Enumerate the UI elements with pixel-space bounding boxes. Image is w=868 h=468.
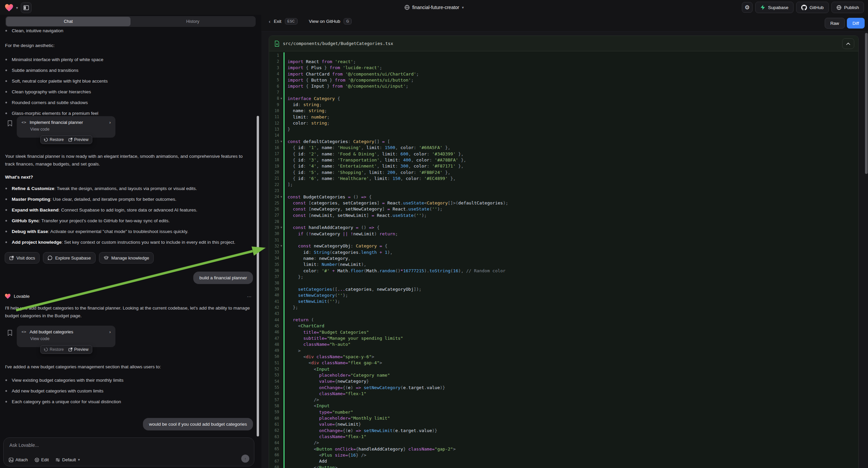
line-number: 15	[269, 139, 279, 144]
fold-chevron-icon[interactable]: ▼	[279, 226, 283, 229]
message-menu-button[interactable]: ⋯	[247, 294, 252, 299]
back-chevron-icon[interactable]: ‹	[269, 19, 271, 24]
view-code-link[interactable]: View code	[30, 337, 111, 341]
line-number: 55	[269, 385, 279, 390]
version-card-implement-financial-planner[interactable]: <> Implement financial planner › View co…	[17, 116, 116, 138]
code-line: 48 className="h-auto"	[269, 342, 858, 348]
bullet-item: View existing budget categories with the…	[0, 376, 252, 384]
restore-button[interactable]: Restore	[44, 347, 64, 352]
preview-button[interactable]: Preview	[68, 137, 89, 142]
restore-button[interactable]: Restore	[44, 137, 64, 142]
line-number: 3	[269, 65, 279, 70]
chat-composer[interactable]: Ask Lovable... Attach Edit Default ▾ ↑	[3, 437, 254, 466]
lovable-logo-icon[interactable]	[5, 4, 13, 12]
diff-added-gutter	[283, 169, 284, 175]
code-view-content: src/components/budget/BudgetCategories.t…	[261, 32, 868, 468]
publish-button[interactable]: Publish	[831, 2, 864, 13]
supabase-button[interactable]: Supabase	[755, 2, 794, 13]
line-number: 13	[269, 127, 279, 131]
line-number: 29	[269, 225, 279, 230]
exit-button[interactable]: Exit	[274, 19, 281, 24]
line-number: 1	[269, 53, 279, 58]
fold-chevron-icon[interactable]: ▼	[279, 195, 283, 198]
version-card-add-budget-categories[interactable]: <> Add budget categories › View code	[17, 326, 116, 347]
send-button[interactable]: ↑	[241, 455, 249, 463]
code-line: 8▼interface Category {	[269, 95, 858, 101]
code-line: 24▼const BudgetCategories = () => {	[269, 194, 858, 200]
github-button[interactable]: GitHub	[796, 2, 829, 13]
fold-chevron-icon[interactable]: ▼	[279, 97, 283, 100]
diff-added-gutter	[283, 126, 284, 132]
diff-added-gutter	[283, 194, 284, 200]
view-code-link[interactable]: View code	[30, 127, 111, 131]
code-line: 31	[269, 237, 858, 243]
tab-chat[interactable]: Chat	[6, 17, 130, 26]
line-number: 19	[269, 164, 279, 169]
external-link-icon	[68, 348, 72, 351]
diff-added-gutter	[283, 298, 284, 304]
external-link-icon	[9, 256, 14, 260]
mode-selector[interactable]: Default ▾	[55, 457, 80, 462]
page-scrollbar[interactable]	[865, 33, 868, 174]
workspace-chevron-down-icon[interactable]: ▾	[16, 6, 18, 10]
manage-knowledge-button[interactable]: Manage knowledge	[99, 252, 154, 264]
diff-added-gutter	[283, 132, 284, 138]
line-number: 42	[269, 305, 279, 310]
code-line: 2import React from 'react';	[269, 58, 858, 64]
diff-added-gutter	[283, 335, 284, 341]
code-line: 50 <div className="space-y-6">	[269, 353, 858, 359]
code-line: 45 <ChartCard	[269, 323, 858, 329]
line-number: 63	[269, 434, 279, 439]
preview-button[interactable]: Preview	[68, 347, 89, 352]
fold-chevron-icon[interactable]: ▼	[279, 244, 283, 247]
bullet-item: Add new budget categories with custom li…	[0, 387, 252, 395]
diff-toggle-button[interactable]: Diff	[847, 18, 865, 29]
file-path-bar[interactable]: src/components/budget/BudgetCategories.t…	[269, 36, 858, 51]
github-icon	[801, 5, 807, 10]
code-line: 67 Add	[269, 458, 858, 464]
settings-button[interactable]: ⚙	[742, 2, 752, 13]
version-card-title: Implement financial planner	[30, 120, 83, 125]
collapse-file-button[interactable]	[842, 38, 854, 49]
line-number: 4	[269, 71, 279, 76]
code-line: 51 <div className="flex gap-4">	[269, 360, 858, 366]
code-view-header: ‹ Exit esc View on GitHub G Raw Diff	[261, 15, 868, 32]
composer-input[interactable]: Ask Lovable...	[9, 442, 39, 448]
line-number: 31	[269, 238, 279, 242]
line-number: 62	[269, 428, 279, 433]
explore-supabase-button[interactable]: Explore Supabase	[43, 252, 95, 264]
added-bullet-list: View existing budget categories with the…	[0, 376, 252, 409]
bullet-item: Debug with Ease: Activate our experiment…	[0, 228, 255, 235]
view-on-github-link[interactable]: View on GitHub	[309, 19, 341, 24]
line-number: 28	[269, 219, 279, 224]
line-number: 58	[269, 404, 279, 408]
diff-added-gutter	[283, 175, 284, 181]
line-number: 59	[269, 410, 279, 414]
user-message: would be cool if you could add budget ca…	[143, 418, 253, 430]
chat-scrollbar[interactable]	[257, 116, 259, 436]
bookmark-icon[interactable]	[7, 330, 12, 336]
line-number: 36	[269, 268, 279, 273]
visit-docs-button[interactable]: Visit docs	[5, 252, 39, 264]
diff-added-gutter	[283, 83, 284, 89]
bookmark-icon[interactable]	[7, 120, 12, 126]
restore-icon	[44, 348, 48, 351]
raw-toggle-button[interactable]: Raw	[825, 18, 845, 29]
code-line: 26 const [newCategory, setNewCategory] =…	[269, 206, 858, 212]
code-line: 5import { Button } from '@/components/ui…	[269, 77, 858, 83]
project-switcher[interactable]: financial-future-creator ▾	[404, 0, 464, 15]
sidebar-toggle-button[interactable]	[21, 2, 32, 13]
line-number: 47	[269, 336, 279, 341]
code-line: 40 setNewCategory('');	[269, 292, 858, 298]
code-line: 59 type="number"	[269, 409, 858, 415]
attach-button[interactable]: Attach	[9, 457, 28, 462]
chat-bubble-icon	[48, 256, 52, 260]
diff-added-gutter	[283, 225, 284, 231]
code-line: 7	[269, 89, 858, 95]
tab-history[interactable]: History	[130, 17, 255, 26]
edit-button[interactable]: Edit	[35, 457, 49, 462]
code-line: 49 >	[269, 348, 858, 353]
project-chevron-down-icon: ▾	[462, 5, 464, 10]
diff-added-gutter	[283, 286, 284, 292]
fold-chevron-icon[interactable]: ▼	[279, 140, 283, 143]
